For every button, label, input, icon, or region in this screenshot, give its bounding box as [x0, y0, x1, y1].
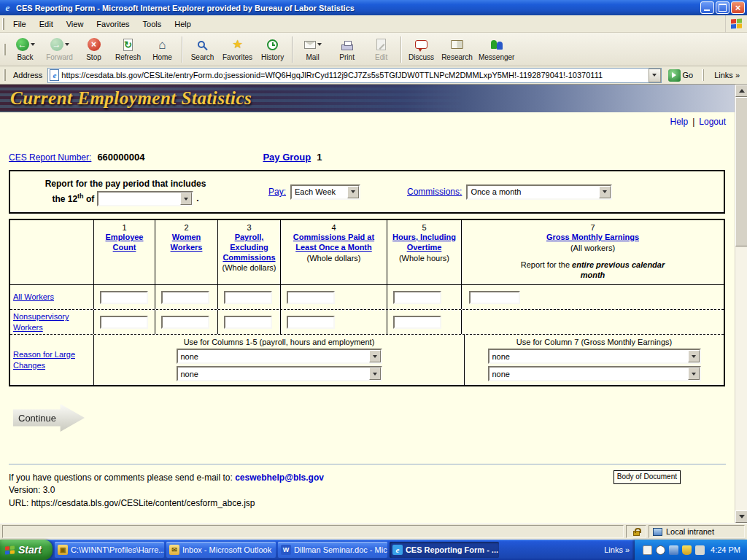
discuss-label: Discuss — [409, 53, 434, 61]
commissions-select[interactable]: Once a month — [466, 184, 612, 200]
taskbar-item-ces-form[interactable]: e CES Reporting Form - ... — [390, 542, 499, 558]
payroll-link[interactable]: Payroll, Excluding Commissions — [220, 233, 279, 262]
table-cell — [93, 285, 155, 309]
input-nonsup-employee-count[interactable] — [100, 316, 148, 329]
refresh-button[interactable]: ↻ Refresh — [111, 34, 145, 65]
input-all-workers-gross-monthly-earnings[interactable] — [469, 291, 520, 304]
go-button[interactable]: Go — [664, 69, 698, 82]
pay-link[interactable]: Pay: — [268, 187, 286, 197]
pay-select[interactable]: Each Week — [290, 184, 360, 200]
input-all-workers-commissions[interactable] — [287, 291, 335, 304]
home-button[interactable]: ⌂ Home — [145, 34, 179, 65]
taskbar-links-toolbar[interactable]: Links » — [601, 545, 632, 554]
input-nonsup-commissions[interactable] — [287, 316, 335, 329]
table-cell — [387, 285, 461, 309]
tray-clock-icon[interactable] — [656, 545, 665, 555]
input-all-workers-employee-count[interactable] — [100, 291, 148, 304]
tray-security-icon[interactable] — [682, 545, 692, 555]
row-label-cell: All Workers — [10, 285, 93, 309]
women-workers-link[interactable]: Women Workers — [157, 233, 216, 253]
favorites-button[interactable]: ★ Favorites — [220, 34, 255, 65]
input-all-workers-women-workers[interactable] — [161, 291, 209, 304]
toolbar-separator — [400, 36, 402, 63]
table-cell — [155, 310, 217, 334]
go-icon — [668, 69, 681, 82]
input-all-workers-payroll[interactable] — [224, 291, 272, 304]
table-row-reason-for-large-changes: Reason for Large Changes Use for Columns… — [10, 334, 724, 385]
employee-count-link[interactable]: Employee Count — [96, 233, 153, 253]
input-all-workers-hours[interactable] — [393, 291, 441, 304]
double-chevron-icon: » — [735, 71, 740, 79]
tray-volume-icon[interactable] — [695, 545, 705, 555]
commissions-paid-link[interactable]: Commissions Paid at Least Once a Month — [282, 233, 385, 253]
search-button[interactable]: Search — [185, 34, 220, 65]
input-nonsup-hours[interactable] — [393, 316, 441, 329]
tray-mail-icon[interactable] — [643, 545, 652, 555]
research-button[interactable]: Research — [438, 34, 476, 65]
gross-monthly-earnings-link[interactable]: Gross Monthly Earnings — [463, 233, 722, 243]
reason-cols15-select-2[interactable]: none — [177, 366, 382, 381]
all-workers-link[interactable]: All Workers — [13, 292, 54, 302]
close-button[interactable] — [731, 1, 745, 14]
folder-icon: ▣ — [58, 545, 68, 555]
help-link[interactable]: Help — [670, 117, 688, 127]
print-button[interactable]: Print — [330, 34, 364, 65]
menu-file[interactable]: File — [7, 17, 33, 31]
windows-flag-icon — [5, 545, 15, 554]
address-dropdown-button[interactable] — [649, 69, 661, 82]
row-label-cell: Reason for Large Changes — [10, 335, 93, 385]
commissions-link[interactable]: Commissions: — [407, 187, 462, 197]
scroll-up-button[interactable] — [735, 85, 747, 97]
minimize-button[interactable] — [700, 1, 714, 14]
commissions-select-value: Once a month — [468, 186, 599, 198]
links-toolbar[interactable]: Links » — [708, 71, 746, 79]
column-number: 5 — [422, 223, 426, 232]
scrollbar-thumb[interactable] — [735, 97, 747, 246]
back-button[interactable]: ← Back — [8, 34, 42, 65]
pay-period-select[interactable] — [97, 191, 193, 206]
reason-col7-select-1[interactable]: none — [488, 349, 701, 364]
scrollbar-track[interactable] — [735, 246, 747, 510]
start-button[interactable]: Start — [0, 540, 53, 560]
menu-help[interactable]: Help — [168, 17, 198, 31]
pay-group-link[interactable]: Pay Group — [263, 152, 311, 163]
dropdown-arrow-icon — [369, 350, 381, 362]
taskbar-item-word[interactable]: W Dillman Seminar.doc - Mic... — [278, 542, 387, 558]
menu-tools[interactable]: Tools — [136, 17, 169, 31]
reason-for-large-changes-link[interactable]: Reason for Large Changes — [13, 349, 92, 370]
header-spacer-cell — [10, 220, 93, 284]
discuss-button[interactable]: Discuss — [404, 34, 438, 65]
maximize-button[interactable] — [716, 1, 729, 14]
stop-button[interactable]: × Stop — [77, 34, 111, 65]
taskbar-item-outlook[interactable]: ✉ Inbox - Microsoft Outlook — [166, 542, 276, 558]
reason-cols15-select-1[interactable]: none — [177, 349, 382, 364]
tray-network-icon[interactable] — [669, 545, 678, 555]
reason-columns-1-5-cell: Use for Columns 1-5 (payroll, hours and … — [93, 335, 464, 385]
menu-edit[interactable]: Edit — [33, 17, 60, 31]
contact-email-link[interactable]: ceswebhelp@bls.gov — [235, 472, 324, 483]
mail-label: Mail — [306, 53, 319, 61]
body-of-document-button[interactable]: Body of Document — [614, 470, 681, 484]
web-page: Current Employment Statistics Help | Log… — [0, 85, 735, 523]
messenger-button[interactable]: Messenger — [476, 34, 517, 65]
table-cell — [280, 310, 387, 334]
menu-view[interactable]: View — [60, 17, 90, 31]
mail-button[interactable]: Mail — [295, 34, 330, 65]
address-label: Address — [10, 71, 45, 79]
input-nonsup-women-workers[interactable] — [161, 316, 209, 329]
ces-report-number-link[interactable]: CES Report Number: — [9, 152, 91, 163]
input-nonsup-payroll[interactable] — [224, 316, 272, 329]
hours-link[interactable]: Hours, Including Overtime — [389, 233, 460, 253]
row-label-cell: Nonsupervisory Workers — [10, 310, 93, 334]
go-label: Go — [683, 71, 694, 79]
logout-link[interactable]: Logout — [699, 117, 726, 127]
history-button[interactable]: History — [255, 34, 290, 65]
address-input[interactable] — [61, 69, 648, 82]
scroll-down-button[interactable] — [735, 510, 747, 523]
continue-button[interactable]: Continue — [13, 404, 85, 432]
menu-favorites[interactable]: Favorites — [90, 17, 136, 31]
forward-label: Forward — [46, 53, 73, 61]
nonsupervisory-workers-link[interactable]: Nonsupervisory Workers — [13, 311, 92, 332]
taskbar-item-explorer[interactable]: ▣ C:\WINNT\Profiles\Harre... — [55, 542, 164, 558]
reason-col7-select-2[interactable]: none — [488, 366, 701, 381]
